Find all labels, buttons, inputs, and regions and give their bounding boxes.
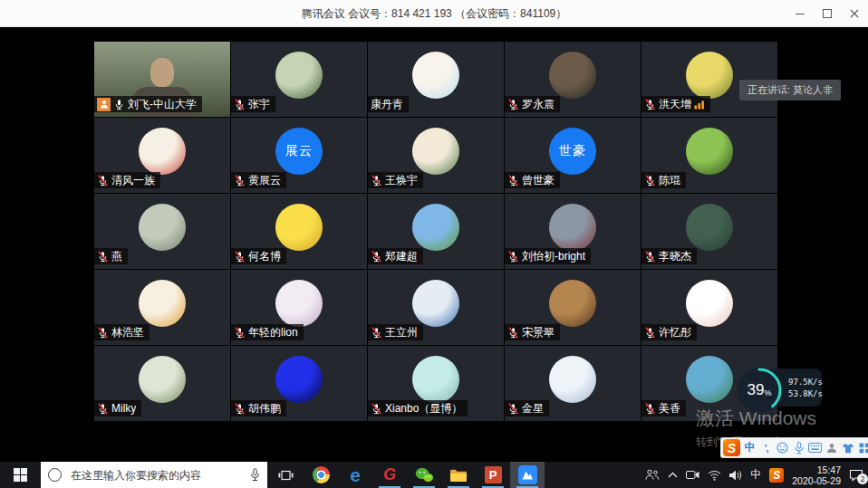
participant-label: 刘飞-中山大学: [94, 96, 202, 112]
participant-tile[interactable]: 许忆彤: [641, 270, 777, 345]
mic-muted-icon: [234, 327, 246, 339]
participant-avatar: [412, 204, 459, 251]
g-app-taskbar-icon[interactable]: G: [372, 462, 407, 488]
participant-tile[interactable]: 王立州: [368, 270, 504, 345]
participant-name: 宋景翠: [522, 324, 555, 340]
restore-button[interactable]: [814, 0, 841, 27]
participant-label: Xianbo（显博）: [368, 400, 468, 416]
mic-muted-icon: [507, 99, 519, 110]
input-language-indicator[interactable]: 中: [750, 467, 761, 483]
download-speed: 53.8K/s: [788, 389, 823, 398]
mic-muted-icon: [644, 175, 656, 187]
search-mic-icon[interactable]: [250, 468, 260, 482]
ime-toolbox-icon[interactable]: [857, 439, 868, 456]
participant-label: 林浩坚: [94, 324, 149, 340]
ime-profile-icon[interactable]: [825, 439, 838, 456]
volume-icon[interactable]: [729, 470, 742, 481]
minimize-icon: [796, 14, 805, 14]
soft-keyboard-icon[interactable]: [808, 439, 822, 456]
wechat-taskbar-icon[interactable]: [407, 462, 441, 488]
search-input[interactable]: [69, 468, 243, 483]
chinese-mode-icon[interactable]: 中: [743, 439, 757, 456]
action-center-button[interactable]: 2: [849, 469, 863, 482]
participant-name: 年轻的lion: [248, 324, 298, 340]
file-explorer-taskbar-icon[interactable]: [441, 462, 476, 488]
participant-tile[interactable]: 展云 黄展云: [231, 118, 367, 193]
voice-input-icon[interactable]: [792, 439, 805, 456]
people-icon[interactable]: [645, 469, 660, 481]
taskbar-clock[interactable]: 15:47 2020-05-29: [792, 464, 841, 486]
wifi-icon[interactable]: [708, 470, 721, 481]
participant-avatar: [686, 280, 733, 327]
tencent-meeting-taskbar-icon[interactable]: [510, 462, 545, 488]
participant-label: 李晓杰: [641, 248, 697, 264]
participant-tile[interactable]: 刘飞-中山大学: [94, 42, 230, 117]
mic-muted-icon: [97, 403, 109, 415]
participant-tile[interactable]: Milky: [94, 346, 230, 421]
participant-tile[interactable]: 康丹青: [368, 42, 504, 117]
participant-tile[interactable]: 胡伟鹏: [231, 346, 367, 421]
powerpoint-taskbar-icon[interactable]: P: [476, 462, 510, 488]
chrome-taskbar-icon[interactable]: [304, 462, 338, 488]
participant-tile[interactable]: 宋景翠: [505, 270, 641, 345]
window-title: 腾讯会议 会议号：814 421 193 （会议密码：841109）: [0, 0, 868, 27]
sogou-netspeed-ball[interactable]: 39%: [735, 366, 784, 415]
ime-skin-icon[interactable]: [841, 439, 854, 456]
participant-avatar: 世豪: [549, 128, 596, 175]
sogou-logo-icon[interactable]: S: [723, 439, 740, 456]
participant-avatar: [549, 280, 596, 327]
notification-badge: 2: [857, 474, 868, 484]
taskbar-search[interactable]: [41, 462, 267, 488]
edge-taskbar-icon[interactable]: e: [338, 462, 372, 488]
windows-logo-icon: [14, 468, 27, 482]
participant-tile[interactable]: 年轻的lion: [231, 270, 367, 345]
task-view-button[interactable]: [267, 462, 304, 488]
start-button[interactable]: [0, 462, 41, 488]
participant-tile[interactable]: 金星: [505, 346, 641, 421]
meeting-main-area: 刘飞-中山大学 张宇 康丹青: [0, 27, 868, 462]
camera-tray-icon[interactable]: [686, 470, 699, 480]
participant-avatar: [275, 204, 323, 251]
close-button[interactable]: [841, 0, 868, 27]
participant-name: 洪天增: [659, 96, 691, 112]
mic-muted-icon: [371, 251, 382, 263]
participant-name: 胡伟鹏: [248, 400, 281, 416]
participant-tile[interactable]: 刘怡初-bright: [505, 194, 641, 269]
participant-tile[interactable]: 世豪 曾世豪: [505, 118, 641, 193]
participant-tile[interactable]: 陈琨: [641, 118, 777, 193]
cortana-icon: [48, 468, 62, 482]
participant-tile[interactable]: 郑建超: [368, 194, 504, 269]
participant-tile[interactable]: 清风一族: [94, 118, 230, 193]
participant-label: 何名博: [231, 248, 286, 264]
participant-avatar: [139, 204, 186, 251]
participant-tile[interactable]: 王焕宇: [368, 118, 504, 193]
participant-tile[interactable]: 林浩坚: [94, 270, 230, 345]
mic-muted-icon: [234, 403, 246, 415]
participant-label: 黄展云: [231, 172, 286, 188]
minimize-button[interactable]: [786, 0, 814, 27]
mic-muted-icon: [644, 327, 656, 339]
emoji-icon[interactable]: [776, 439, 789, 456]
participant-name: 张宇: [248, 96, 270, 112]
participant-avatar: [549, 356, 596, 403]
punctuation-icon[interactable]: ’,: [759, 439, 773, 456]
mic-muted-icon: [97, 175, 109, 187]
participant-tile[interactable]: 李晓杰: [641, 194, 777, 269]
participant-tile[interactable]: 张宇: [231, 42, 367, 117]
host-icon: [97, 98, 111, 111]
participant-label: 刘怡初-bright: [505, 248, 591, 264]
mic-muted-icon: [507, 175, 519, 187]
participant-name: 美香: [659, 400, 680, 416]
chrome-icon: [313, 466, 330, 483]
participant-grid: 刘飞-中山大学 张宇 康丹青: [94, 42, 777, 421]
mic-muted-icon: [97, 327, 109, 339]
participant-tile[interactable]: 何名博: [231, 194, 367, 269]
tencent-meeting-icon: [518, 465, 537, 484]
participant-name: 王焕宇: [385, 172, 418, 188]
tray-expand-chevron-icon[interactable]: [668, 472, 678, 479]
participant-tile[interactable]: 燕: [94, 194, 230, 269]
sogou-tray-icon[interactable]: S: [769, 468, 784, 483]
participant-tile[interactable]: 罗永震: [505, 42, 641, 117]
participant-tile[interactable]: Xianbo（显博）: [368, 346, 504, 421]
participant-name: Milky: [111, 400, 136, 416]
